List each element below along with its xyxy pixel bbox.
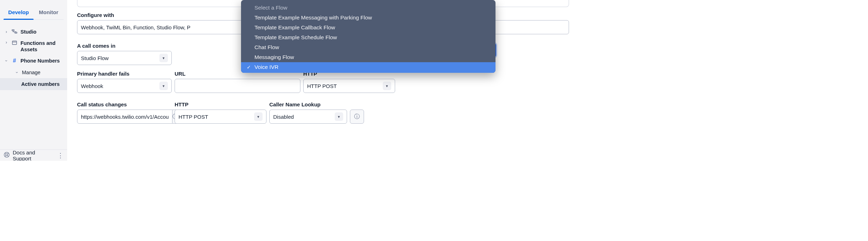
flow-dropdown: ✓ Select a Flow ✓ Template Example Messa… xyxy=(241,0,495,73)
select-primary-handler-fails[interactable]: Webhook ▾ xyxy=(77,79,172,93)
flow-option-placeholder[interactable]: ✓ Select a Flow xyxy=(241,3,495,13)
chevron-down-icon: ▾ xyxy=(254,112,263,121)
label-call-status-changes: Call status changes xyxy=(77,101,172,107)
info-icon[interactable]: ⓘ xyxy=(350,110,364,124)
label-call-comes-in: A call comes in xyxy=(77,43,172,49)
chevron-right-icon: › xyxy=(4,29,8,34)
select-value: Webhook xyxy=(81,83,157,89)
option-label: Chat Flow xyxy=(254,44,279,51)
sidebar-item-manage[interactable]: › Manage xyxy=(13,67,67,78)
tab-develop[interactable]: Develop xyxy=(4,6,34,19)
svg-rect-1 xyxy=(15,32,17,33)
select-caller-name-lookup[interactable]: Disabled ▾ xyxy=(269,110,347,124)
sidebar-item-active-numbers[interactable]: Active numbers xyxy=(0,78,67,90)
option-label: Voice IVR xyxy=(254,64,278,70)
option-label: Messaging Flow xyxy=(254,54,294,60)
sidebar-tabs: Develop Monitor xyxy=(4,6,64,20)
label-caller-name-lookup: Caller Name Lookup xyxy=(269,101,347,107)
option-label: Template Example Schedule Flow xyxy=(254,34,337,41)
hash-icon: # xyxy=(11,58,18,64)
sidebar-item-label: Manage xyxy=(22,69,64,76)
svg-point-4 xyxy=(6,154,8,156)
chevron-down-icon: › xyxy=(14,70,19,75)
sidebar: Develop Monitor › Studio › Fun xyxy=(0,0,67,161)
flow-option[interactable]: ✓ Template Example Messaging with Parkin… xyxy=(241,13,495,23)
label-http-2: HTTP xyxy=(175,101,266,107)
flow-option[interactable]: ✓ Messaging Flow xyxy=(241,52,495,62)
sidebar-item-label: Functions and Assets xyxy=(20,40,64,53)
input-call-status-changes[interactable]: https://webhooks.twilio.com/v1/Accou xyxy=(77,110,172,124)
select-http-1[interactable]: HTTP POST ▾ xyxy=(303,79,395,93)
input-value: https://webhooks.twilio.com/v1/Accou xyxy=(81,114,169,120)
flow-option-selected[interactable]: ✓ Voice IVR xyxy=(241,62,495,73)
flow-option[interactable]: ✓ Chat Flow xyxy=(241,42,495,52)
lifebuoy-icon xyxy=(4,152,10,159)
studio-icon xyxy=(11,29,18,35)
sidebar-item-label: Studio xyxy=(20,29,64,35)
flow-option[interactable]: ✓ Template Example Callback Flow xyxy=(241,23,495,33)
sidebar-nav: › Studio › Functions and Assets › xyxy=(0,26,67,90)
sidebar-item-studio[interactable]: › Studio xyxy=(0,26,67,37)
option-label: Template Example Messaging with Parking … xyxy=(254,14,372,21)
select-value: Disabled xyxy=(273,114,333,120)
svg-rect-2 xyxy=(12,41,17,45)
option-label: Template Example Callback Flow xyxy=(254,24,335,31)
svg-rect-0 xyxy=(12,30,14,31)
select-value: Studio Flow xyxy=(81,55,157,61)
select-value: HTTP POST xyxy=(307,83,381,89)
chevron-down-icon: ▾ xyxy=(159,54,168,62)
chevron-down-icon: › xyxy=(4,59,9,63)
chevron-right-icon: › xyxy=(4,40,8,45)
select-http-2[interactable]: HTTP POST ▾ xyxy=(175,110,266,124)
select-value: HTTP POST xyxy=(178,114,252,120)
check-icon: ✓ xyxy=(247,64,252,70)
docs-label: Docs and Support xyxy=(13,149,54,161)
docs-support[interactable]: Docs and Support ⋮ xyxy=(0,149,67,161)
flow-option[interactable]: ✓ Template Example Schedule Flow xyxy=(241,33,495,42)
tab-monitor[interactable]: Monitor xyxy=(34,6,64,19)
option-label: Select a Flow xyxy=(254,5,287,11)
chevron-down-icon: ▾ xyxy=(335,112,343,121)
chevron-down-icon: ▾ xyxy=(159,82,168,90)
sidebar-item-label: Phone Numbers xyxy=(20,58,64,64)
sidebar-item-functions[interactable]: › Functions and Assets xyxy=(0,37,67,55)
chevron-down-icon: ▾ xyxy=(383,82,391,90)
functions-icon xyxy=(11,40,18,46)
sidebar-item-phone-numbers[interactable]: › # Phone Numbers xyxy=(0,55,67,66)
more-icon[interactable]: ⋮ xyxy=(57,152,64,159)
label-primary-handler-fails: Primary handler fails xyxy=(77,71,172,77)
input-url[interactable] xyxy=(175,79,300,93)
select-call-comes-in[interactable]: Studio Flow ▾ xyxy=(77,51,172,65)
